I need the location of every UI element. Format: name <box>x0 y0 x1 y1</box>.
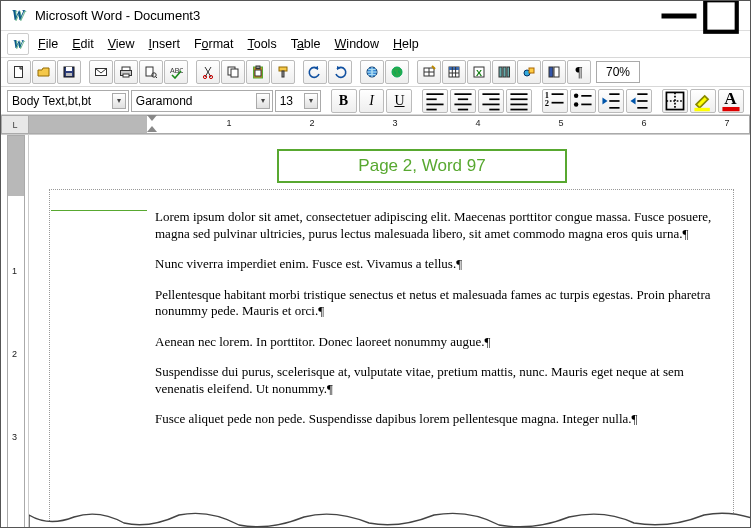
vertical-ruler[interactable]: 1 2 3 <box>1 135 29 528</box>
svg-rect-20 <box>255 70 261 76</box>
paragraph[interactable]: Suspendisse dui purus, scelerisque at, v… <box>155 364 722 397</box>
highlight-button[interactable] <box>690 89 716 113</box>
ruler-num: 6 <box>641 118 646 128</box>
borders-button[interactable] <box>662 89 688 113</box>
ruler-track[interactable]: 1 2 3 4 5 6 7 <box>29 115 750 134</box>
font-value: Garamond <box>136 94 193 108</box>
app-control-icon[interactable]: W <box>7 33 29 55</box>
menu-edit[interactable]: Edit <box>65 34 101 54</box>
font-color-button[interactable]: A <box>718 89 744 113</box>
svg-rect-35 <box>499 67 502 77</box>
bullet-list-button[interactable] <box>570 89 596 113</box>
menu-help[interactable]: Help <box>386 34 426 54</box>
align-center-button[interactable] <box>450 89 476 113</box>
copy-button[interactable] <box>221 60 245 84</box>
chevron-down-icon[interactable]: ▾ <box>304 93 318 109</box>
document-body[interactable]: Lorem ipsum dolor sit amet, consectetuer… <box>155 209 722 442</box>
italic-button[interactable]: I <box>359 89 385 113</box>
svg-text:X: X <box>476 68 482 78</box>
mail-button[interactable] <box>89 60 113 84</box>
first-line-indent-marker[interactable] <box>147 115 157 121</box>
insert-excel-button[interactable]: X <box>467 60 491 84</box>
print-preview-button[interactable] <box>139 60 163 84</box>
document-page[interactable]: Page 2, Word 97 Lorem ipsum dolor sit am… <box>29 135 750 528</box>
menu-insert[interactable]: Insert <box>142 34 187 54</box>
horizontal-ruler[interactable]: L 1 2 3 4 5 6 7 <box>1 115 750 135</box>
insert-table-button[interactable] <box>442 60 466 84</box>
hyperlink-button[interactable] <box>360 60 384 84</box>
callout-text: Page 2, Word 97 <box>358 156 485 176</box>
svg-rect-40 <box>549 67 553 77</box>
paste-button[interactable] <box>246 60 270 84</box>
menu-window[interactable]: Window <box>328 34 386 54</box>
minimize-button[interactable] <box>658 2 700 30</box>
ruler-num: 1 <box>226 118 231 128</box>
print-button[interactable] <box>114 60 138 84</box>
content-area: 1 2 3 Page 2, Word 97 Lorem ipsum dolor … <box>1 135 750 528</box>
format-painter-button[interactable] <box>271 60 295 84</box>
ruler-num: 3 <box>392 118 397 128</box>
maximize-button[interactable] <box>700 2 742 30</box>
save-button[interactable] <box>57 60 81 84</box>
decrease-indent-button[interactable] <box>598 89 624 113</box>
redo-button[interactable] <box>328 60 352 84</box>
svg-text:2: 2 <box>545 98 549 108</box>
open-button[interactable] <box>32 60 56 84</box>
ruler-vnum: 3 <box>12 432 17 442</box>
paragraph[interactable]: Aenean nec lorem. In porttitor. Donec la… <box>155 334 722 351</box>
align-justify-button[interactable] <box>506 89 532 113</box>
ruler-num: 5 <box>558 118 563 128</box>
paragraph[interactable]: Fusce aliquet pede non pede. Suspendisse… <box>155 411 722 428</box>
ruler-num: 2 <box>309 118 314 128</box>
style-value: Body Text,bt,bt <box>12 94 91 108</box>
menu-file[interactable]: File <box>31 34 65 54</box>
svg-point-24 <box>392 67 402 77</box>
show-hide-button[interactable]: ¶ <box>567 60 591 84</box>
paragraph[interactable]: Lorem ipsum dolor sit amet, consectetuer… <box>155 209 722 242</box>
hanging-indent-marker[interactable] <box>147 126 157 132</box>
spellcheck-button[interactable]: ABC <box>164 60 188 84</box>
undo-button[interactable] <box>303 60 327 84</box>
new-button[interactable] <box>7 60 31 84</box>
app-icon: W <box>9 7 27 25</box>
svg-rect-5 <box>66 73 72 76</box>
web-toolbar-button[interactable] <box>385 60 409 84</box>
svg-point-63 <box>574 102 578 106</box>
svg-text:A: A <box>724 89 737 108</box>
ruler-vnum: 1 <box>12 266 17 276</box>
cut-button[interactable] <box>196 60 220 84</box>
chevron-down-icon[interactable]: ▾ <box>256 93 270 109</box>
tables-borders-button[interactable] <box>417 60 441 84</box>
formatting-toolbar: Body Text,bt,bt ▾ Garamond ▾ 13 ▾ B I U … <box>1 87 750 115</box>
paragraph[interactable]: Nunc viverra imperdiet enim. Fusce est. … <box>155 256 722 273</box>
zoom-combo[interactable]: 70% <box>596 61 640 83</box>
menu-view[interactable]: View <box>101 34 142 54</box>
drawing-button[interactable] <box>517 60 541 84</box>
paragraph[interactable]: Pellentesque habitant morbi tristique se… <box>155 287 722 320</box>
columns-button[interactable] <box>492 60 516 84</box>
font-combo[interactable]: Garamond ▾ <box>131 90 273 112</box>
size-value: 13 <box>280 94 293 108</box>
document-map-button[interactable] <box>542 60 566 84</box>
svg-rect-36 <box>503 67 506 77</box>
style-combo[interactable]: Body Text,bt,bt ▾ <box>7 90 129 112</box>
svg-point-62 <box>574 93 578 97</box>
tab-selector[interactable]: L <box>1 115 29 134</box>
standard-toolbar: ABC X ¶ 70% <box>1 57 750 87</box>
menu-table[interactable]: Table <box>284 34 328 54</box>
menu-format[interactable]: Format <box>187 34 241 54</box>
align-left-button[interactable] <box>422 89 448 113</box>
svg-rect-37 <box>507 67 510 77</box>
numbered-list-button[interactable]: 12 <box>542 89 568 113</box>
svg-rect-22 <box>282 71 284 77</box>
increase-indent-button[interactable] <box>626 89 652 113</box>
menu-bar: W File Edit View Insert Format Tools Tab… <box>1 31 750 57</box>
chevron-down-icon[interactable]: ▾ <box>112 93 126 109</box>
bold-button[interactable]: B <box>331 89 357 113</box>
font-size-combo[interactable]: 13 ▾ <box>275 90 321 112</box>
ruler-num: 7 <box>724 118 729 128</box>
underline-button[interactable]: U <box>386 89 412 113</box>
align-right-button[interactable] <box>478 89 504 113</box>
title-bar: W Microsoft Word - Document3 <box>1 1 750 31</box>
menu-tools[interactable]: Tools <box>240 34 283 54</box>
